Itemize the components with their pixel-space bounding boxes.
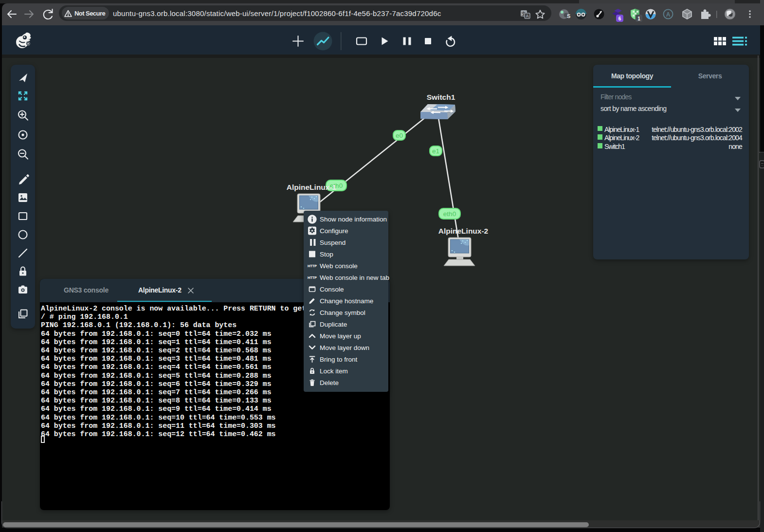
svg-text:A: A <box>666 11 671 18</box>
svg-text:eth0: eth0 <box>443 210 456 218</box>
svg-text:AlpineLinux-1: AlpineLinux-1 <box>287 183 337 191</box>
svg-text:1: 1 <box>637 16 640 21</box>
svg-text:S: S <box>567 13 570 19</box>
svg-text:Switch1: Switch1 <box>427 93 455 101</box>
svg-text:A: A <box>526 14 529 18</box>
svg-text:e0: e0 <box>396 132 403 139</box>
svg-text:e1: e1 <box>432 147 439 155</box>
svg-text:6: 6 <box>618 16 621 21</box>
svg-text:AlpineLinux-2: AlpineLinux-2 <box>438 227 488 235</box>
